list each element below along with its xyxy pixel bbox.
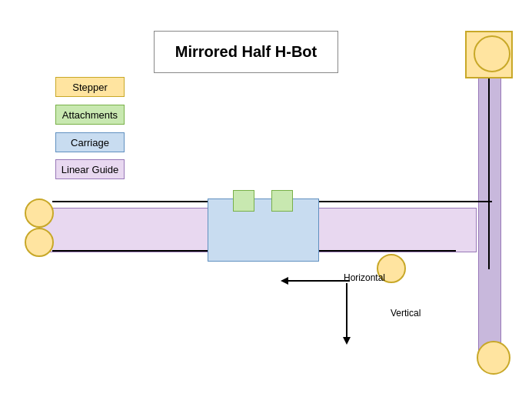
legend-attachments-label: Attachments bbox=[62, 109, 118, 121]
horizontal-label: Horizontal bbox=[344, 272, 385, 283]
arrow-h-line bbox=[288, 280, 350, 282]
legend-stepper: Stepper bbox=[55, 77, 125, 97]
vertical-arrow bbox=[343, 283, 351, 345]
carriage-block bbox=[208, 198, 319, 262]
pulley-left-top bbox=[25, 198, 54, 228]
pulley-left-bottom bbox=[25, 228, 54, 257]
arrow-h-head bbox=[281, 277, 288, 285]
legend-linear-guide: Linear Guide bbox=[55, 159, 125, 179]
vertical-label: Vertical bbox=[391, 308, 421, 319]
arrow-v-line bbox=[346, 283, 347, 337]
attachment-right bbox=[271, 190, 293, 212]
diagram-title: Mirrored Half H-Bot bbox=[175, 43, 317, 61]
arrow-v-head bbox=[343, 337, 351, 345]
pulley-bottom-right bbox=[477, 341, 510, 375]
legend-carriage-label: Carriage bbox=[71, 137, 109, 148]
vertical-rail bbox=[478, 42, 501, 365]
legend-carriage: Carriage bbox=[55, 132, 125, 152]
legend-stepper-label: Stepper bbox=[72, 82, 108, 93]
horizontal-arrow bbox=[281, 277, 350, 285]
title-box: Mirrored Half H-Bot bbox=[154, 31, 338, 73]
legend-guide-label: Linear Guide bbox=[62, 164, 118, 175]
stepper-circle-top-right bbox=[474, 35, 510, 72]
legend-attachments: Attachments bbox=[55, 105, 125, 125]
belt-right-vertical-line bbox=[488, 62, 490, 269]
attachment-left bbox=[233, 190, 254, 212]
